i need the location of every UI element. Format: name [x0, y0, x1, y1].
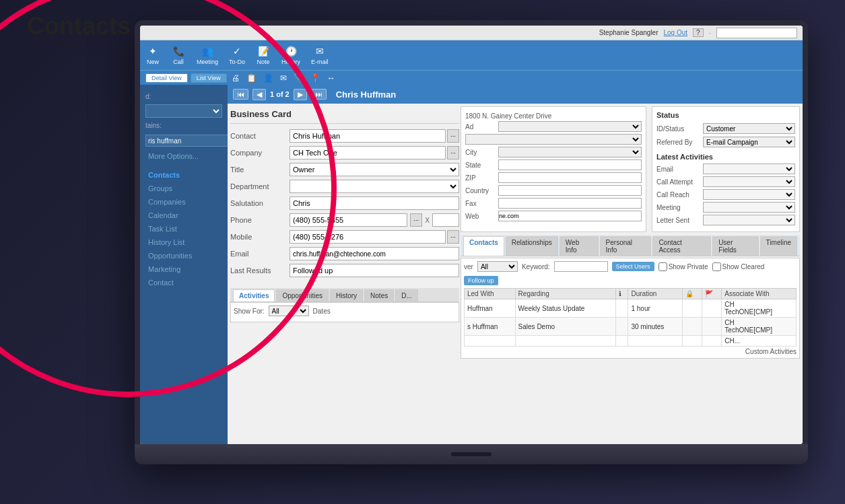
mail-icon[interactable]: ✉	[278, 73, 289, 83]
mobile-dots-btn[interactable]: ···	[447, 230, 459, 244]
note-button[interactable]: 📝 Note	[256, 45, 271, 65]
la-call-reach-select[interactable]	[703, 189, 795, 200]
department-select[interactable]	[290, 180, 459, 193]
follow-up-btn[interactable]: Follow up	[464, 276, 498, 285]
table-row: s Huffman Sales Demo 30 minutes CHTechON…	[465, 318, 797, 336]
sub-tab-webinfo[interactable]: Web Info	[560, 236, 599, 256]
assoc-cell-2[interactable]: CHTechONE[CMP]	[722, 318, 797, 336]
contact-input[interactable]	[290, 129, 446, 143]
contact-cell-1[interactable]: Huffman	[465, 299, 516, 318]
company-input[interactable]	[290, 146, 446, 159]
mobile-input[interactable]	[290, 230, 446, 244]
col-led-with: Led With	[465, 289, 516, 299]
sidebar-item-historylist[interactable]: History List	[140, 236, 228, 249]
phone-dots-btn[interactable]: ···	[410, 213, 422, 227]
addr-select[interactable]	[498, 121, 642, 132]
la-email-select[interactable]	[703, 164, 795, 174]
email-input[interactable]	[290, 247, 459, 260]
sidebar-item-tasklist[interactable]: Task List	[140, 222, 228, 236]
call-button[interactable]: 📞 Call	[171, 45, 186, 65]
detail-view-btn[interactable]: Detail View	[145, 73, 188, 83]
fax-row: Fax	[465, 198, 642, 209]
company-dots-btn[interactable]: ···	[447, 146, 459, 159]
contact-dots-btn[interactable]: ···	[447, 129, 459, 143]
first-record-btn[interactable]: ⏮	[233, 89, 248, 100]
id-status-select[interactable]: Customer	[703, 123, 795, 134]
keyword-input[interactable]	[554, 261, 608, 272]
web-input[interactable]	[498, 211, 642, 221]
lock-cell-1	[682, 299, 702, 318]
sidebar-search-input[interactable]	[145, 135, 236, 147]
state-input[interactable]	[498, 159, 642, 170]
last-record-btn[interactable]: ⏭	[311, 89, 327, 100]
history-button[interactable]: 🕐 History	[281, 45, 300, 65]
la-meeting-select[interactable]	[703, 202, 795, 213]
show-for-select[interactable]: All	[269, 305, 309, 316]
sub-tab-contacts[interactable]: Contacts	[463, 236, 504, 256]
col-lock: 🔒	[682, 289, 702, 299]
la-letter-select[interactable]	[703, 215, 795, 225]
sidebar-item-companies[interactable]: Companies	[140, 195, 228, 209]
copy-icon[interactable]: 📋	[244, 73, 259, 83]
note-label: Note	[257, 59, 270, 65]
sidebar-item-contact[interactable]: Contact	[140, 276, 228, 289]
phone-input[interactable]	[290, 213, 407, 227]
show-cleared-checkbox[interactable]	[712, 262, 721, 271]
addr-select2[interactable]	[465, 134, 642, 145]
select-users-btn[interactable]: Select Users	[612, 262, 654, 271]
email-button[interactable]: ✉ E-mail	[311, 45, 329, 65]
user-icon[interactable]: 👤	[261, 73, 275, 83]
log-out-link[interactable]: Log Out	[664, 29, 688, 36]
la-call-attempt-select[interactable]	[703, 176, 795, 187]
sub-tab-relationships[interactable]: Relationships	[506, 236, 558, 256]
help-btn[interactable]: ?	[693, 28, 704, 37]
print-icon[interactable]: 🖨	[230, 73, 242, 83]
country-input[interactable]	[498, 185, 642, 196]
tab-notes[interactable]: Notes	[364, 289, 394, 301]
todo-button[interactable]: ✓ To-Do	[229, 45, 245, 65]
tab-history[interactable]: History	[330, 289, 363, 301]
list-view-btn[interactable]: List View	[191, 73, 227, 83]
tab-activities[interactable]: Activities	[233, 289, 275, 301]
business-card-title: Business Card	[230, 106, 459, 124]
sidebar-filter-select[interactable]	[145, 104, 222, 118]
assoc-cell-1[interactable]: CHTechONE[CMP]	[722, 299, 797, 318]
sidebar-item-groups[interactable]: Groups	[140, 182, 228, 195]
zip-input[interactable]	[498, 172, 642, 183]
city-select[interactable]	[498, 147, 642, 157]
sub-tab-userfields[interactable]: User Fields	[712, 236, 758, 256]
view-select[interactable]: All	[477, 261, 518, 272]
sidebar-more-options[interactable]: More Options...	[140, 149, 228, 163]
salutation-input[interactable]	[290, 196, 459, 210]
next-record-btn[interactable]: ▶	[294, 89, 307, 100]
meeting-button[interactable]: 👥 Meeting	[197, 45, 218, 65]
sidebar-item-calendar[interactable]: Calendar	[140, 209, 228, 222]
sidebar-item-contacts[interactable]: Contacts	[140, 168, 228, 182]
la-call-reach-row: Call Reach	[656, 189, 795, 200]
new-button[interactable]: ✦ New	[145, 45, 160, 65]
map-icon[interactable]: 📍	[308, 73, 323, 83]
sub-tab-contactaccess[interactable]: Contact Access	[652, 236, 711, 256]
lastresults-input[interactable]	[290, 264, 459, 277]
la-email-row: Email	[656, 164, 795, 174]
contact-cell-2[interactable]: s Huffman	[465, 318, 516, 336]
attach-icon[interactable]: 📎	[292, 73, 306, 83]
assoc-cell-3[interactable]: CH...	[722, 336, 797, 347]
sidebar-item-opportunities[interactable]: Opportunities	[140, 249, 228, 262]
phone-ext-input[interactable]	[432, 213, 459, 227]
sub-tab-personalinfo[interactable]: Personal Info	[600, 236, 652, 256]
sidebar-item-marketing[interactable]: Marketing	[140, 262, 228, 276]
more-icon[interactable]: ↔	[325, 73, 337, 83]
city-label: City	[465, 149, 496, 156]
regarding-cell-1[interactable]: Weekly Status Update	[515, 299, 616, 318]
tab-opportunities[interactable]: Opportunities	[276, 289, 328, 301]
referred-by-select[interactable]: E-mail Campaign	[703, 137, 795, 147]
tab-more[interactable]: D...	[395, 289, 418, 301]
regarding-cell-2[interactable]: Sales Demo	[515, 318, 616, 336]
show-private-checkbox[interactable]	[658, 262, 667, 271]
sub-tab-timeline[interactable]: Timeline	[760, 236, 797, 256]
fax-input[interactable]	[498, 198, 642, 209]
prev-record-btn[interactable]: ◀	[252, 89, 266, 100]
top-bar-search[interactable]	[716, 28, 797, 38]
title-select[interactable]: Owner	[290, 163, 459, 176]
